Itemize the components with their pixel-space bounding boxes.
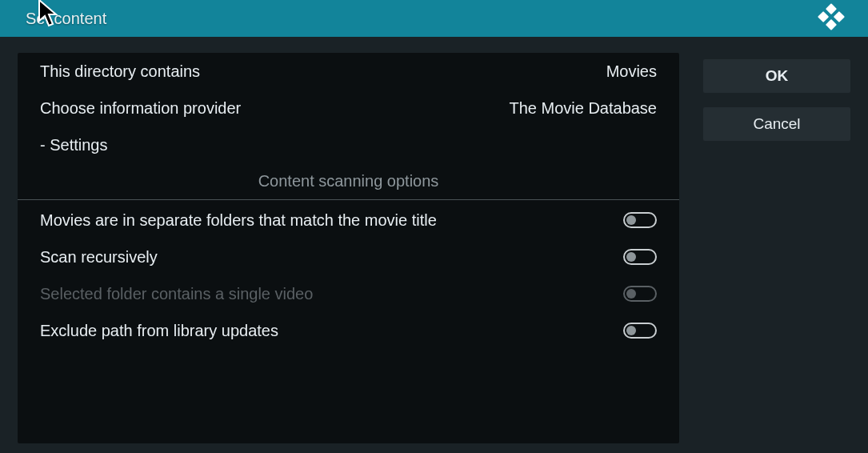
option-exclude-path[interactable]: Exclude path from library updates: [18, 312, 679, 349]
button-label: OK: [766, 67, 789, 85]
option-separate-folders[interactable]: Movies are in separate folders that matc…: [18, 202, 679, 239]
row-value: Movies: [606, 62, 657, 81]
action-panel: OK Cancel: [703, 53, 850, 443]
row-label: - Settings: [40, 136, 107, 154]
option-label: Movies are in separate folders that matc…: [40, 211, 437, 230]
option-single-video: Selected folder contains a single video: [18, 275, 679, 312]
section-header-scanning: Content scanning options: [18, 163, 679, 200]
dialog-header: Set content: [0, 0, 868, 37]
svg-rect-2: [818, 11, 829, 22]
cancel-button[interactable]: Cancel: [703, 107, 850, 141]
ok-button[interactable]: OK: [703, 59, 850, 93]
row-value: The Movie Database: [509, 99, 657, 118]
toggle-switch: [623, 286, 657, 302]
dialog-title: Set content: [26, 10, 106, 28]
button-label: Cancel: [753, 115, 800, 133]
row-label: Choose information provider: [40, 99, 241, 118]
toggle-switch[interactable]: [623, 212, 657, 228]
settings-panel: This directory contains Movies Choose in…: [18, 53, 679, 443]
toggle-switch[interactable]: [623, 323, 657, 339]
svg-rect-3: [826, 19, 837, 30]
row-directory-contains[interactable]: This directory contains Movies: [18, 53, 679, 90]
section-title: Content scanning options: [258, 172, 439, 190]
toggle-switch[interactable]: [623, 249, 657, 265]
option-label: Exclude path from library updates: [40, 322, 278, 340]
row-info-provider[interactable]: Choose information provider The Movie Da…: [18, 90, 679, 126]
svg-rect-0: [826, 3, 837, 14]
option-label: Selected folder contains a single video: [40, 285, 313, 303]
row-label: This directory contains: [40, 62, 200, 81]
option-scan-recursively[interactable]: Scan recursively: [18, 239, 679, 275]
row-provider-settings[interactable]: - Settings: [18, 126, 679, 163]
kodi-logo-icon: [817, 2, 846, 34]
svg-rect-1: [834, 11, 845, 22]
option-label: Scan recursively: [40, 248, 158, 267]
